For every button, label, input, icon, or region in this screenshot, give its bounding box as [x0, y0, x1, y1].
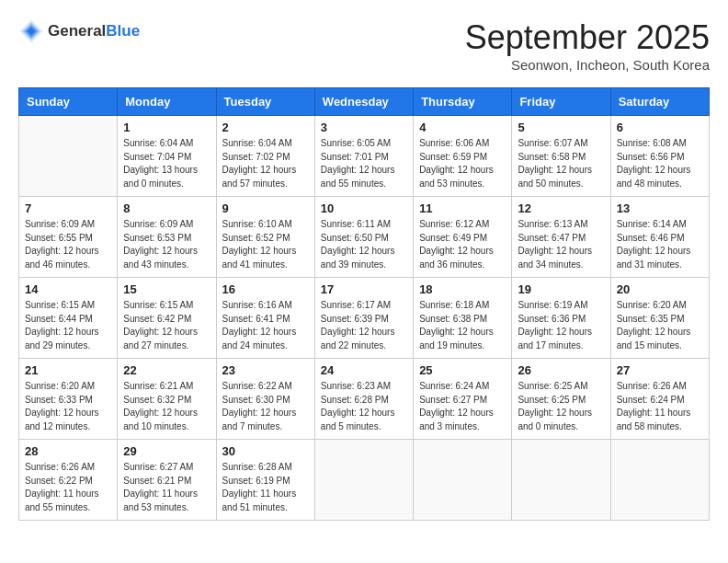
day-number: 20 [617, 282, 703, 296]
day-info: Sunrise: 6:23 AM Sunset: 6:28 PM Dayligh… [321, 380, 407, 433]
logo-text: GeneralBlue [48, 23, 140, 40]
calendar-cell: 3Sunrise: 6:05 AM Sunset: 7:01 PM Daylig… [314, 116, 413, 197]
day-info: Sunrise: 6:09 AM Sunset: 6:55 PM Dayligh… [25, 218, 111, 271]
weekday-header-thursday: Thursday [414, 88, 512, 116]
day-info: Sunrise: 6:26 AM Sunset: 6:22 PM Dayligh… [25, 461, 111, 514]
calendar-cell: 16Sunrise: 6:16 AM Sunset: 6:41 PM Dayli… [216, 278, 314, 359]
day-info: Sunrise: 6:24 AM Sunset: 6:27 PM Dayligh… [419, 380, 506, 433]
day-number: 5 [518, 121, 604, 134]
day-number: 15 [123, 282, 210, 296]
day-info: Sunrise: 6:25 AM Sunset: 6:25 PM Dayligh… [518, 380, 604, 433]
day-number: 13 [617, 201, 703, 215]
calendar-cell [414, 440, 512, 521]
calendar-cell: 21Sunrise: 6:20 AM Sunset: 6:33 PM Dayli… [19, 359, 118, 440]
day-number: 27 [617, 363, 703, 377]
logo: GeneralBlue [18, 18, 140, 44]
day-number: 18 [419, 282, 506, 296]
day-number: 21 [25, 363, 111, 377]
day-info: Sunrise: 6:09 AM Sunset: 6:53 PM Dayligh… [123, 218, 210, 271]
calendar-cell: 6Sunrise: 6:08 AM Sunset: 6:56 PM Daylig… [610, 116, 709, 197]
day-number: 24 [321, 363, 407, 377]
day-info: Sunrise: 6:13 AM Sunset: 6:47 PM Dayligh… [518, 218, 604, 271]
day-info: Sunrise: 6:22 AM Sunset: 6:30 PM Dayligh… [222, 380, 309, 433]
day-number: 16 [222, 282, 309, 296]
day-number: 11 [419, 201, 506, 215]
day-info: Sunrise: 6:17 AM Sunset: 6:39 PM Dayligh… [321, 299, 407, 352]
day-info: Sunrise: 6:20 AM Sunset: 6:35 PM Dayligh… [617, 299, 703, 352]
calendar-cell: 28Sunrise: 6:26 AM Sunset: 6:22 PM Dayli… [19, 440, 118, 521]
day-number: 22 [123, 363, 210, 377]
day-info: Sunrise: 6:21 AM Sunset: 6:32 PM Dayligh… [123, 380, 210, 433]
day-info: Sunrise: 6:14 AM Sunset: 6:46 PM Dayligh… [617, 218, 703, 271]
day-number: 14 [25, 282, 111, 296]
day-number: 6 [617, 121, 703, 134]
day-number: 12 [518, 201, 604, 215]
day-number: 8 [123, 201, 210, 215]
calendar-cell: 1Sunrise: 6:04 AM Sunset: 7:04 PM Daylig… [118, 116, 216, 197]
calendar-cell: 4Sunrise: 6:06 AM Sunset: 6:59 PM Daylig… [414, 116, 512, 197]
calendar-week-row: 28Sunrise: 6:26 AM Sunset: 6:22 PM Dayli… [19, 440, 710, 521]
day-number: 9 [222, 201, 309, 215]
weekday-header-monday: Monday [118, 88, 216, 116]
day-number: 10 [321, 201, 407, 215]
calendar-cell: 10Sunrise: 6:11 AM Sunset: 6:50 PM Dayli… [314, 197, 413, 278]
calendar-week-row: 21Sunrise: 6:20 AM Sunset: 6:33 PM Dayli… [19, 359, 710, 440]
calendar-cell: 27Sunrise: 6:26 AM Sunset: 6:24 PM Dayli… [610, 359, 709, 440]
day-number: 30 [222, 444, 309, 458]
title-block: September 2025 Seonwon, Incheon, South K… [465, 18, 710, 73]
day-number: 3 [321, 121, 407, 134]
calendar-cell: 14Sunrise: 6:15 AM Sunset: 6:44 PM Dayli… [19, 278, 118, 359]
calendar-cell: 17Sunrise: 6:17 AM Sunset: 6:39 PM Dayli… [314, 278, 413, 359]
calendar-cell: 11Sunrise: 6:12 AM Sunset: 6:49 PM Dayli… [414, 197, 512, 278]
weekday-header-sunday: Sunday [19, 88, 118, 116]
day-info: Sunrise: 6:07 AM Sunset: 6:58 PM Dayligh… [518, 137, 604, 190]
day-info: Sunrise: 6:10 AM Sunset: 6:52 PM Dayligh… [222, 218, 309, 271]
page-header: GeneralBlue September 2025 Seonwon, Inch… [18, 18, 710, 73]
day-info: Sunrise: 6:27 AM Sunset: 6:21 PM Dayligh… [123, 461, 210, 514]
calendar-week-row: 14Sunrise: 6:15 AM Sunset: 6:44 PM Dayli… [19, 278, 710, 359]
calendar-cell: 15Sunrise: 6:15 AM Sunset: 6:42 PM Dayli… [118, 278, 216, 359]
day-number: 26 [518, 363, 604, 377]
day-number: 2 [222, 121, 309, 134]
calendar-cell: 2Sunrise: 6:04 AM Sunset: 7:02 PM Daylig… [216, 116, 314, 197]
day-info: Sunrise: 6:11 AM Sunset: 6:50 PM Dayligh… [321, 218, 407, 271]
calendar-cell: 18Sunrise: 6:18 AM Sunset: 6:38 PM Dayli… [414, 278, 512, 359]
calendar-cell: 30Sunrise: 6:28 AM Sunset: 6:19 PM Dayli… [216, 440, 314, 521]
day-info: Sunrise: 6:18 AM Sunset: 6:38 PM Dayligh… [419, 299, 506, 352]
day-info: Sunrise: 6:28 AM Sunset: 6:19 PM Dayligh… [222, 461, 309, 514]
day-info: Sunrise: 6:16 AM Sunset: 6:41 PM Dayligh… [222, 299, 309, 352]
day-number: 4 [419, 121, 506, 134]
logo-icon [18, 18, 44, 44]
logo-general: General [48, 22, 106, 40]
day-info: Sunrise: 6:04 AM Sunset: 7:02 PM Dayligh… [222, 137, 309, 190]
calendar-week-row: 7Sunrise: 6:09 AM Sunset: 6:55 PM Daylig… [19, 197, 710, 278]
day-number: 23 [222, 363, 309, 377]
logo-blue: Blue [106, 22, 140, 40]
day-info: Sunrise: 6:26 AM Sunset: 6:24 PM Dayligh… [617, 380, 703, 433]
day-number: 28 [25, 444, 111, 458]
calendar-table: SundayMondayTuesdayWednesdayThursdayFrid… [18, 87, 710, 521]
calendar-cell: 26Sunrise: 6:25 AM Sunset: 6:25 PM Dayli… [512, 359, 610, 440]
weekday-header-saturday: Saturday [610, 88, 709, 116]
calendar-cell [314, 440, 413, 521]
calendar-cell: 24Sunrise: 6:23 AM Sunset: 6:28 PM Dayli… [314, 359, 413, 440]
day-info: Sunrise: 6:04 AM Sunset: 7:04 PM Dayligh… [123, 137, 210, 190]
calendar-cell: 8Sunrise: 6:09 AM Sunset: 6:53 PM Daylig… [118, 197, 216, 278]
day-number: 17 [321, 282, 407, 296]
calendar-cell [610, 440, 709, 521]
calendar-cell: 12Sunrise: 6:13 AM Sunset: 6:47 PM Dayli… [512, 197, 610, 278]
calendar-cell: 5Sunrise: 6:07 AM Sunset: 6:58 PM Daylig… [512, 116, 610, 197]
calendar-cell [19, 116, 118, 197]
day-number: 1 [123, 121, 210, 134]
month-title: September 2025 [465, 18, 710, 57]
day-number: 19 [518, 282, 604, 296]
calendar-week-row: 1Sunrise: 6:04 AM Sunset: 7:04 PM Daylig… [19, 116, 710, 197]
day-number: 7 [25, 201, 111, 215]
calendar-cell: 7Sunrise: 6:09 AM Sunset: 6:55 PM Daylig… [19, 197, 118, 278]
calendar-cell: 9Sunrise: 6:10 AM Sunset: 6:52 PM Daylig… [216, 197, 314, 278]
day-info: Sunrise: 6:20 AM Sunset: 6:33 PM Dayligh… [25, 380, 111, 433]
day-info: Sunrise: 6:19 AM Sunset: 6:36 PM Dayligh… [518, 299, 604, 352]
weekday-header-row: SundayMondayTuesdayWednesdayThursdayFrid… [19, 88, 710, 116]
location-subtitle: Seonwon, Incheon, South Korea [465, 57, 710, 73]
weekday-header-tuesday: Tuesday [216, 88, 314, 116]
